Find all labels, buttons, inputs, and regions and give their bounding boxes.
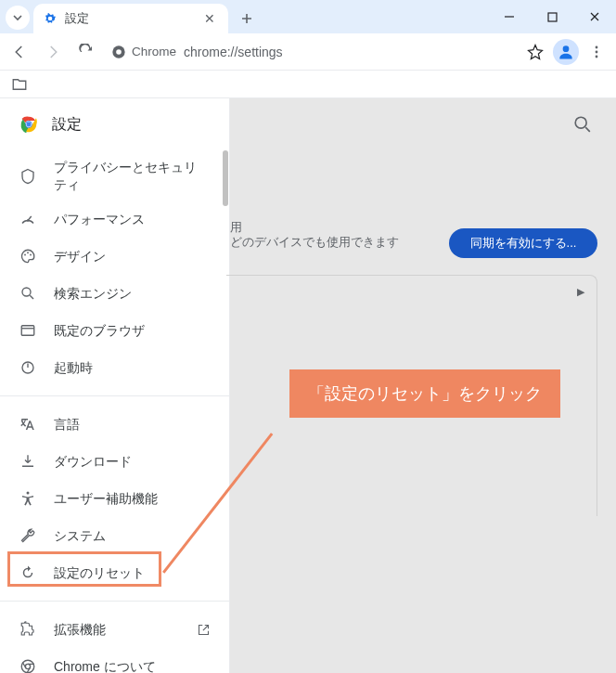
sidebar-item-appearance[interactable]: デザイン [0, 238, 229, 275]
download-icon [19, 453, 37, 470]
svg-point-11 [27, 219, 29, 221]
address-bar[interactable]: Chrome chrome://settings [104, 45, 518, 59]
svg-point-12 [24, 254, 26, 256]
bookmark-bar[interactable] [0, 71, 616, 98]
browser-icon [19, 322, 37, 339]
sidebar-item-label: 拡張機能 [54, 621, 176, 639]
sidebar-scroll: ▴ プライバシーとセキュリ ティ パフォーマンス デザイン 検索エンジン 既定の… [0, 150, 229, 673]
browser-tab[interactable]: 設定 ✕ [33, 4, 228, 33]
sidebar-divider [0, 601, 229, 602]
reload-button[interactable] [71, 36, 102, 68]
new-tab-button[interactable] [234, 6, 260, 32]
annotation-text: 「設定のリセット」をクリック [308, 384, 542, 403]
chrome-monochrome-icon [19, 658, 37, 673]
tab-search-button[interactable] [6, 6, 30, 30]
annotation-callout: 「設定のリセット」をクリック [289, 369, 560, 418]
sidebar-item-performance[interactable]: パフォーマンス [0, 201, 229, 238]
sidebar-item-label: 設定のリセット [54, 564, 211, 582]
svg-point-3 [563, 45, 570, 52]
close-tab-button[interactable]: ✕ [200, 11, 219, 26]
svg-point-6 [596, 55, 598, 58]
forward-button[interactable] [37, 36, 69, 68]
sidebar-divider [0, 395, 229, 396]
sidebar-item-label: プライバシーとセキュリ ティ [54, 159, 211, 194]
svg-rect-16 [21, 326, 34, 336]
content-hint-text: どのデバイスでも使用できます [230, 234, 399, 251]
folder-icon [11, 76, 28, 93]
svg-point-15 [22, 288, 31, 296]
sidebar-item-accessibility[interactable]: ユーザー補助機能 [0, 480, 229, 517]
svg-point-10 [27, 123, 32, 127]
reset-icon [19, 564, 37, 581]
svg-rect-0 [548, 13, 557, 21]
sidebar-item-label: Chrome について [54, 658, 211, 673]
sidebar-item-label: 検索エンジン [54, 285, 211, 303]
browser-toolbar: Chrome chrome://settings [0, 33, 616, 71]
minimize-button[interactable] [488, 0, 531, 33]
scrollbar-thumb[interactable] [223, 150, 228, 206]
sidebar-header: 設定 [0, 98, 229, 150]
site-identity-label: Chrome [132, 45, 176, 58]
chrome-icon [111, 45, 126, 59]
sidebar-item-languages[interactable]: 言語 [0, 406, 229, 443]
close-window-button[interactable] [573, 0, 616, 33]
sidebar-item-label: 既定のブラウザ [54, 322, 211, 340]
sidebar-item-label: ユーザー補助機能 [54, 490, 211, 508]
sidebar-item-search[interactable]: 検索エンジン [0, 275, 229, 312]
sync-enable-button[interactable]: 同期を有効にする... [449, 228, 597, 258]
wrench-icon [19, 527, 37, 544]
sidebar-item-label: 起動時 [54, 359, 211, 377]
browser-menu-button[interactable] [581, 36, 612, 68]
profile-avatar-button[interactable] [553, 39, 579, 65]
svg-point-5 [596, 50, 598, 53]
extension-icon [19, 621, 37, 638]
sidebar-item-extensions[interactable]: 拡張機能 [0, 611, 229, 648]
svg-point-18 [27, 492, 30, 495]
gear-icon [43, 11, 58, 26]
external-link-icon [197, 623, 211, 637]
chrome-logo-icon [19, 114, 39, 135]
sidebar-item-about[interactable]: Chrome について [0, 648, 229, 673]
svg-point-2 [116, 49, 122, 55]
url-text: chrome://settings [184, 45, 283, 59]
sidebar-title: 設定 [52, 115, 82, 135]
sidebar-item-system[interactable]: システム [0, 517, 229, 554]
sidebar-item-label: パフォーマンス [54, 211, 211, 228]
svg-point-14 [30, 254, 32, 256]
back-button[interactable] [4, 36, 35, 68]
window-controls [488, 0, 616, 33]
sidebar-item-reset[interactable]: 設定のリセット [0, 554, 229, 591]
settings-sidebar: 設定 ▴ プライバシーとセキュリ ティ パフォーマンス デザイン 検索エンジン [0, 98, 230, 673]
sidebar-item-label: 言語 [54, 416, 211, 434]
sync-button-label: 同期を有効にする... [470, 235, 577, 252]
translate-icon [19, 416, 37, 433]
sidebar-item-privacy[interactable]: プライバシーとセキュリ ティ [0, 152, 229, 201]
site-identity: Chrome [111, 45, 176, 59]
sidebar-item-default-browser[interactable]: 既定のブラウザ [0, 312, 229, 349]
sidebar-item-label: ダウンロード [54, 453, 211, 471]
svg-point-4 [596, 45, 598, 48]
bookmark-star-button[interactable] [520, 36, 551, 68]
palette-icon [19, 248, 37, 265]
maximize-button[interactable] [531, 0, 573, 33]
settings-search-button[interactable] [566, 108, 599, 141]
sidebar-item-label: デザイン [54, 248, 211, 265]
svg-point-13 [27, 252, 29, 253]
sidebar-item-downloads[interactable]: ダウンロード [0, 443, 229, 480]
speed-icon [19, 211, 37, 227]
accessibility-icon [19, 490, 37, 507]
shield-icon [19, 168, 37, 185]
chevron-right-icon: ▶ [577, 286, 584, 298]
search-icon [19, 285, 37, 302]
svg-point-21 [575, 117, 586, 128]
tab-title: 設定 [65, 11, 200, 27]
sidebar-item-startup[interactable]: 起動時 [0, 349, 229, 386]
titlebar: 設定 ✕ [0, 0, 616, 33]
power-icon [19, 359, 37, 376]
